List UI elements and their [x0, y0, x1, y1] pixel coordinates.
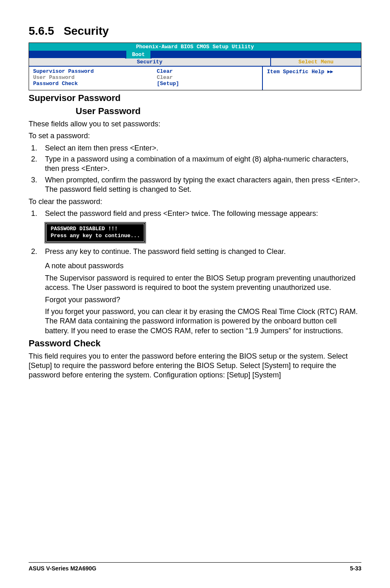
bios-row-value: [Setup]	[157, 81, 258, 87]
paragraph: These fields allow you to set passwords:	[29, 119, 361, 129]
bios-tabbar: Boot	[29, 51, 361, 58]
paragraph: To set a password:	[29, 131, 361, 141]
list-item: When prompted, confirm the password by t…	[39, 175, 361, 195]
message-line: Press any key to continue...	[51, 233, 140, 240]
section-heading: 5.6.5 Security	[29, 25, 361, 38]
footer-right: 5-33	[350, 565, 361, 572]
subheading-supervisor-password: Supervisor Password	[29, 93, 361, 103]
bios-screenshot: Phoenix-Award BIOS CMOS Setup Utility Bo…	[29, 43, 361, 90]
footer-left: ASUS V-Series M2A690G	[29, 565, 96, 572]
bios-row-label: User Password	[33, 74, 157, 81]
bios-help-text: Item Specific Help	[267, 69, 324, 75]
forgot-heading: Forgot your password?	[45, 295, 361, 305]
section-number: 5.6.5	[29, 25, 54, 37]
subheading-password-check: Password Check	[29, 338, 361, 349]
paragraph: This field requires you to enter the pas…	[29, 352, 361, 380]
bios-header-row: Security Select Menu	[29, 58, 361, 67]
steps-set-password: Select an item then press <Enter>. Type …	[29, 144, 361, 195]
note-heading: A note about passwords	[45, 261, 361, 271]
bios-row-value: Clear	[157, 74, 258, 81]
bios-panel-title: Security	[29, 58, 270, 66]
list-item: Type in a password using a combination o…	[39, 155, 361, 174]
paragraph: To clear the password:	[29, 197, 361, 206]
forgot-body: If you forget your password, you can cle…	[45, 307, 361, 336]
subheading-user-password: User Password	[76, 106, 361, 117]
note-body: The Supervisor password is required to e…	[45, 274, 361, 293]
bios-help-title: Select Menu	[270, 58, 361, 66]
bios-row-label: Supervisor Password	[33, 68, 157, 74]
list-item: Select an item then press <Enter>.	[39, 144, 361, 153]
chevron-right-icon: ▸▸	[327, 68, 333, 74]
bios-tab-boot: Boot	[125, 51, 152, 58]
bios-options: Supervisor Password User Password Passwo…	[29, 67, 262, 90]
steps-clear-password-2: Press any key to continue. The password …	[29, 247, 361, 256]
bios-body: Supervisor Password User Password Passwo…	[29, 67, 361, 90]
steps-clear-password-1: Select the password field and press <Ent…	[29, 209, 361, 218]
message-line: PASSWORD DISABLED !!!	[51, 226, 140, 233]
section-title: Security	[64, 25, 109, 37]
bios-title: Phoenix-Award BIOS CMOS Setup Utility	[29, 43, 361, 51]
bios-help-panel: Item Specific Help ▸▸	[262, 67, 361, 90]
page-footer: ASUS V-Series M2A690G 5-33	[29, 562, 361, 572]
list-item: Press any key to continue. The password …	[39, 247, 361, 256]
bios-row-value: Clear	[157, 68, 258, 74]
list-item: Select the password field and press <Ent…	[39, 209, 361, 218]
message-box: PASSWORD DISABLED !!! Press any key to c…	[45, 222, 146, 243]
bios-row-label: Password Check	[33, 81, 157, 87]
